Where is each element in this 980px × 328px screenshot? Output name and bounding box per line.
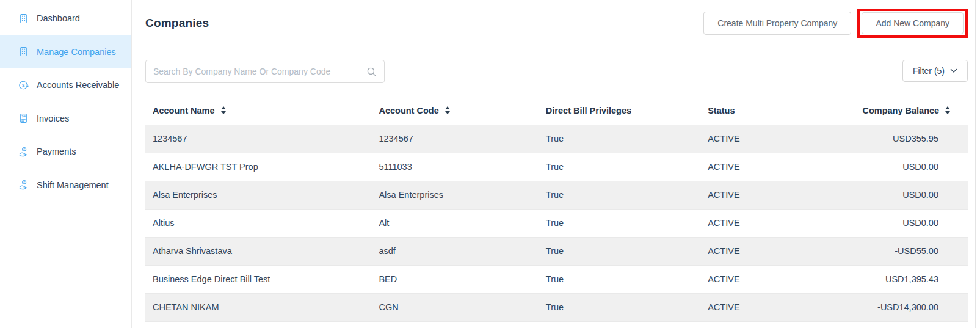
sidebar-item-label: Invoices [37,114,69,123]
column-label: Direct Bill Privileges [546,106,631,115]
hand-coin-icon: $ [17,179,29,191]
filter-label: Filter (5) [913,66,945,76]
dollar-cycle-icon: $ [17,79,29,91]
cell-status: ACTIVE [700,181,855,209]
svg-text:$: $ [21,82,24,88]
column-label: Account Code [379,106,438,115]
cell-company-balance: USD1,395.43 [855,265,968,293]
table-header-row: Account NameAccount CodeDirect Bill Priv… [145,97,968,125]
cell-company-balance: -USD14,300.00 [855,293,968,321]
sidebar-item-label: Accounts Receivable [37,80,119,90]
cell-direct-bill-privileges: True [539,209,700,237]
cell-company-balance: -USD55.00 [855,237,968,265]
table-row[interactable]: 12345671234567TrueACTIVEUSD355.95 [145,125,968,153]
cell-company-balance: USD355.95 [855,125,968,153]
column-header-status: Status [700,97,855,125]
svg-text:$: $ [21,114,23,118]
building-icon [17,46,29,58]
svg-text:$: $ [23,181,25,184]
cell-direct-bill-privileges: True [539,265,700,293]
cell-account-code: 5111033 [371,153,538,181]
column-header-account-code[interactable]: Account Code [371,97,538,125]
filter-button[interactable]: Filter (5) [902,60,968,82]
cell-status: ACTIVE [700,125,855,153]
cell-status: ACTIVE [700,265,855,293]
cell-direct-bill-privileges: True [539,237,700,265]
companies-table: Account NameAccount CodeDirect Bill Priv… [145,97,968,322]
cell-status: ACTIVE [700,293,855,321]
cell-status: ACTIVE [700,153,855,181]
toolbar: Filter (5) [132,46,980,83]
search-box [145,60,385,83]
cell-direct-bill-privileges: True [539,293,700,321]
sidebar-item-payments[interactable]: $ Payments [0,135,131,169]
table-body: 12345671234567TrueACTIVEUSD355.95AKLHA-D… [145,125,968,321]
sort-icon [445,106,450,114]
cell-account-name: Business Edge Direct Bill Test [145,265,371,293]
cell-status: ACTIVE [700,209,855,237]
header-actions: Create Multi Property Company Add New Co… [703,9,968,38]
sidebar-item-label: Shift Management [37,180,109,190]
sidebar: Dashboard Manage Companies $ Accounts Re… [0,0,132,328]
invoice-icon: $ [17,112,29,125]
table-row[interactable]: Alsa EnterprisesAlsa EnterprisesTrueACTI… [145,181,968,209]
sort-icon [945,106,950,114]
sidebar-item-label: Payments [37,147,76,156]
cell-account-code: Alt [371,209,538,237]
sidebar-item-dashboard[interactable]: Dashboard [0,2,131,35]
cell-account-name: Altius [145,209,371,237]
page-title: Companies [145,16,209,30]
search-icon [366,67,377,77]
cell-account-name: Alsa Enterprises [145,181,371,209]
cell-company-balance: USD0.00 [855,153,968,181]
cell-account-name: AKLHA-DFWGR TST Prop [145,153,371,181]
page-header: Companies Create Multi Property Company … [132,0,980,46]
add-new-company-button[interactable]: Add New Company [862,12,964,34]
annotation-highlight-box: Add New Company [857,9,968,38]
table-row[interactable]: Business Edge Direct Bill TestBEDTrueACT… [145,265,968,293]
scrollbar-track[interactable] [975,0,976,328]
svg-text:$: $ [23,147,25,151]
search-input[interactable] [153,67,366,76]
cell-company-balance: USD0.00 [855,209,968,237]
cell-account-code: BED [371,265,538,293]
app-window: Dashboard Manage Companies $ Accounts Re… [0,0,980,328]
cell-account-name: Atharva Shrivastava [145,237,371,265]
cell-account-name: CHETAN NIKAM [145,293,371,321]
column-header-company-balance[interactable]: Company Balance [855,97,968,125]
sidebar-item-accounts-receivable[interactable]: $ Accounts Receivable [0,68,131,102]
table-row[interactable]: Atharva ShrivastavaasdfTrueACTIVE-USD55.… [145,237,968,265]
cell-direct-bill-privileges: True [539,153,700,181]
sort-icon [221,106,226,114]
sidebar-item-invoices[interactable]: $ Invoices [0,102,131,136]
create-multi-property-company-button[interactable]: Create Multi Property Company [703,12,851,35]
cell-account-code: asdf [371,237,538,265]
cell-account-name: 1234567 [145,125,371,153]
hand-coin-icon: $ [17,145,29,158]
cell-direct-bill-privileges: True [539,125,700,153]
sidebar-item-manage-companies[interactable]: Manage Companies [0,35,131,69]
main-content: Companies Create Multi Property Company … [132,0,980,328]
column-header-account-name[interactable]: Account Name [145,97,371,125]
column-label: Account Name [153,106,215,115]
chevron-down-icon [950,68,957,73]
table-row[interactable]: AltiusAltTrueACTIVEUSD0.00 [145,209,968,237]
building-icon [17,12,29,24]
column-label: Status [708,106,735,115]
cell-account-code: Alsa Enterprises [371,181,538,209]
column-label: Company Balance [862,106,939,115]
cell-direct-bill-privileges: True [539,181,700,209]
table-row[interactable]: AKLHA-DFWGR TST Prop5111033TrueACTIVEUSD… [145,153,968,181]
sidebar-item-shift-management[interactable]: $ Shift Management [0,169,131,202]
sidebar-item-label: Manage Companies [37,47,116,57]
cell-account-code: CGN [371,293,538,321]
table-row[interactable]: CHETAN NIKAMCGNTrueACTIVE-USD14,300.00 [145,293,968,321]
sidebar-item-label: Dashboard [37,13,80,23]
cell-company-balance: USD0.00 [855,181,968,209]
column-header-direct-bill-privileges: Direct Bill Privileges [539,97,700,125]
cell-status: ACTIVE [700,237,855,265]
cell-account-code: 1234567 [371,125,538,153]
